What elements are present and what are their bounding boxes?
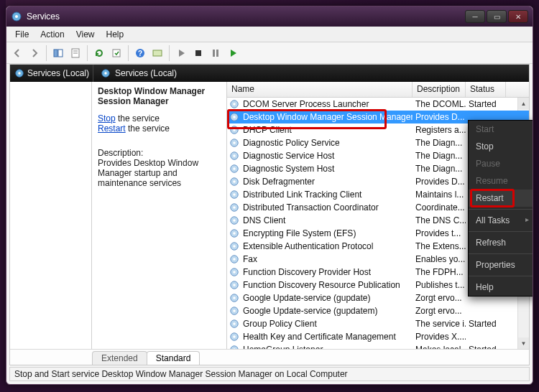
body: Services (Local) Services (Local) Deskto… (9, 64, 530, 365)
start-service-button[interactable] (173, 45, 189, 61)
nav-tree[interactable] (10, 82, 92, 349)
ctx-start[interactable]: Start (469, 121, 533, 138)
svg-point-23 (233, 129, 236, 131)
close-button[interactable]: ✕ (508, 10, 528, 23)
svg-point-47 (233, 284, 236, 286)
service-row[interactable]: HomeGroup ListenerMakes local...Started (227, 343, 529, 349)
service-description: The DNS C... (413, 215, 466, 225)
svg-point-41 (233, 245, 236, 248)
ctx-all-tasks[interactable]: All Tasks (469, 212, 533, 229)
tab-extended[interactable]: Extended (92, 351, 147, 365)
refresh-button[interactable] (91, 45, 107, 61)
back-button[interactable] (9, 45, 25, 61)
restart-suffix: the service (126, 123, 170, 134)
tab-standard[interactable]: Standard (147, 351, 201, 365)
service-name: Fax (243, 254, 413, 264)
service-name: Extensible Authentication Protocol (243, 241, 413, 251)
service-icon (229, 111, 240, 123)
service-description: Makes local... (413, 345, 466, 349)
service-name: Function Discovery Resource Publication (243, 280, 413, 290)
ctx-help[interactable]: Help (469, 279, 533, 296)
service-description: Provides X.... (413, 332, 466, 342)
services-icon (11, 11, 22, 22)
svg-point-15 (18, 72, 21, 75)
service-description: Provides t... (413, 228, 466, 238)
service-icon (229, 318, 240, 330)
ctx-pause[interactable]: Pause (469, 155, 533, 172)
pause-service-button[interactable] (208, 45, 224, 61)
service-name: Diagnostic System Host (243, 164, 413, 174)
service-description: Provides D... (413, 112, 466, 122)
svg-point-21 (233, 116, 236, 118)
restart-service-button[interactable] (225, 45, 241, 61)
service-icon (229, 266, 240, 278)
maximize-button[interactable]: ▭ (487, 10, 507, 23)
ctx-separator (469, 276, 533, 276)
ctx-resume[interactable]: Resume (469, 172, 533, 190)
stop-service-button[interactable] (190, 45, 206, 61)
ctx-stop[interactable]: Stop (469, 138, 533, 155)
tree-header-label: Services (Local) (27, 68, 89, 78)
column-name[interactable]: Name (227, 82, 413, 97)
service-name: Diagnostic Service Host (243, 151, 413, 161)
properties-button[interactable] (68, 45, 83, 61)
service-row[interactable]: Group Policy ClientThe service i...Start… (227, 317, 529, 330)
svg-point-39 (233, 232, 236, 235)
service-icon (229, 215, 240, 226)
service-name: Disk Defragmenter (243, 177, 413, 187)
service-name: Function Discovery Provider Host (243, 267, 413, 277)
svg-point-53 (233, 322, 236, 325)
svg-point-49 (233, 297, 236, 299)
status-bar: Stop and Start service Desktop Window Ma… (9, 367, 530, 381)
menu-action[interactable]: Action (34, 28, 70, 41)
service-icon (229, 241, 240, 252)
service-description: Coordinate... (413, 202, 466, 213)
help-button[interactable]: ? (132, 45, 148, 61)
svg-rect-2 (54, 50, 57, 57)
svg-point-43 (233, 258, 236, 261)
ctx-restart[interactable]: Restart (469, 190, 533, 207)
menu-file[interactable]: File (9, 28, 34, 41)
service-icon (229, 253, 240, 265)
svg-point-25 (233, 141, 236, 144)
export-button[interactable] (109, 45, 124, 61)
gear-icon (14, 68, 24, 78)
service-name: Encrypting File System (EFS) (243, 228, 413, 238)
service-description: Provides D... (413, 177, 466, 187)
svg-rect-10 (153, 50, 162, 56)
stop-link[interactable]: Stop (98, 113, 116, 123)
minimize-button[interactable]: ─ (465, 10, 485, 23)
detail-pane: Desktop Window Manager Session Manager S… (92, 82, 227, 349)
service-icon (229, 163, 240, 174)
menu-view[interactable]: View (70, 28, 101, 41)
titlebar[interactable]: Services ─ ▭ ✕ (6, 6, 533, 27)
service-row[interactable]: Google Update-service (gupdatem)Zorgt er… (227, 304, 529, 317)
scroll-up-icon[interactable]: ▲ (518, 98, 529, 109)
svg-rect-11 (195, 50, 201, 56)
service-icon (229, 202, 240, 213)
gear-icon (101, 68, 111, 78)
ctx-refresh[interactable]: Refresh (469, 234, 533, 251)
menu-help[interactable]: Help (101, 28, 130, 41)
scroll-down-icon[interactable]: ▼ (518, 337, 529, 349)
forward-button[interactable] (27, 45, 42, 61)
column-description[interactable]: Description (413, 82, 466, 97)
service-row[interactable]: Health Key and Certificate ManagementPro… (227, 330, 529, 343)
service-description: Maintains l... (413, 190, 466, 200)
service-control-button[interactable] (149, 45, 165, 61)
service-icon (229, 305, 240, 317)
column-status[interactable]: Status (466, 82, 506, 97)
show-hide-tree-button[interactable] (50, 45, 66, 61)
service-row[interactable]: DCOM Server Process LauncherThe DCOML...… (227, 98, 529, 111)
service-icon (229, 344, 240, 349)
ctx-separator (469, 209, 533, 210)
menubar: File Action View Help (6, 27, 533, 42)
service-description: The Diagn... (413, 164, 466, 174)
service-description: The Diagn... (413, 138, 466, 148)
description-text: Provides Desktop Window Manager startup … (98, 158, 221, 188)
ctx-properties[interactable]: Properties (469, 256, 533, 274)
service-name: Google Update-service (gupdate) (243, 293, 413, 303)
restart-link[interactable]: Restart (98, 123, 126, 134)
service-name: Health Key and Certificate Management (243, 332, 413, 342)
service-icon (229, 98, 240, 110)
